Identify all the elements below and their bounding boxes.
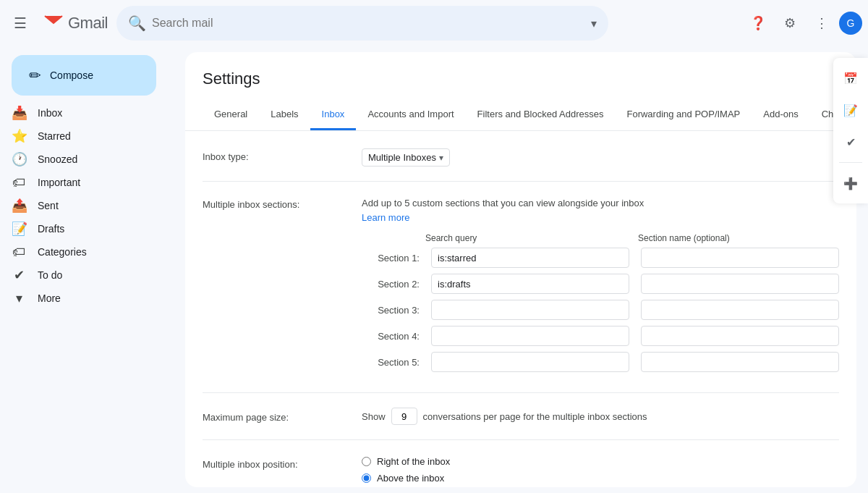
section-2-query-input[interactable] <box>431 274 629 294</box>
radio-right[interactable] <box>362 457 371 466</box>
compose-button[interactable]: ✏ Compose <box>12 55 156 96</box>
sidebar-item-drafts[interactable]: 📝 Drafts <box>0 217 174 240</box>
compose-label: Compose <box>50 69 93 81</box>
drafts-icon: 📝 <box>12 221 26 237</box>
sidebar-item-todo[interactable]: ✔ To do <box>0 264 174 287</box>
section-row-4: Section 4: <box>362 326 839 346</box>
more-icon: ▾ <box>12 290 26 306</box>
gmail-logo-icon <box>41 10 67 36</box>
sidebar-item-label: Important <box>38 177 162 188</box>
right-panel-item-2[interactable]: 📝 <box>836 96 865 125</box>
sidebar-item-sent[interactable]: 📤 Sent <box>0 194 174 217</box>
sidebar-item-categories[interactable]: 🏷 Categories <box>0 240 174 264</box>
tab-filters[interactable]: Filters and Blocked Addresses <box>466 100 616 130</box>
section-2-name-input[interactable] <box>641 274 839 294</box>
right-panel-divider <box>839 162 862 163</box>
section-name-header: Section name (optional) <box>638 233 839 243</box>
divider-3 <box>203 439 839 440</box>
search-bar[interactable]: 🔍 ▾ <box>116 6 608 41</box>
inbox-type-dropdown[interactable]: Multiple Inboxes ▾ <box>362 148 450 167</box>
radio-right-option[interactable]: Right of the inbox <box>362 455 839 468</box>
sidebar-item-important[interactable]: 🏷 Important <box>0 171 174 194</box>
search-options-icon[interactable]: ▾ <box>591 17 597 30</box>
section-row-5: Section 5: <box>362 352 839 372</box>
sections-description: Add up to 5 custom sections that you can… <box>362 196 839 224</box>
tab-forwarding[interactable]: Forwarding and POP/IMAP <box>615 100 752 130</box>
tab-addons[interactable]: Add-ons <box>752 100 809 130</box>
section-3-name-input[interactable] <box>641 300 839 320</box>
snoozed-icon: 🕐 <box>12 151 26 167</box>
section-4-name-input[interactable] <box>641 326 839 346</box>
tab-general[interactable]: General <box>203 100 259 130</box>
radio-above[interactable] <box>362 473 371 483</box>
section-5-name-input[interactable] <box>641 352 839 372</box>
right-side-panel: 📅 📝 ✔ ➕ <box>833 58 868 203</box>
inbox-type-selected: Multiple Inboxes <box>368 152 436 163</box>
search-input[interactable] <box>152 17 585 30</box>
sidebar: ✏ Compose 📥 Inbox ⭐ Starred 🕐 Snoozed 🏷 … <box>0 46 185 493</box>
divider-2 <box>203 392 839 393</box>
sidebar-item-more[interactable]: ▾ More <box>0 287 174 310</box>
starred-icon: ⭐ <box>12 128 26 144</box>
tabs-bar: General Labels Inbox Accounts and Import… <box>203 100 839 130</box>
right-panel-item-3[interactable]: ✔ <box>836 127 865 156</box>
settings-header: Settings General Labels Inbox Accounts a… <box>185 52 856 131</box>
sidebar-item-label: More <box>38 292 162 304</box>
radio-above-option[interactable]: Above the inbox <box>362 471 839 485</box>
right-panel-item-1[interactable]: 📅 <box>836 64 865 93</box>
radio-right-label: Right of the inbox <box>377 456 450 467</box>
radio-above-label: Above the inbox <box>377 473 444 484</box>
inbox-position-row: Multiple inbox position: Right of the in… <box>203 455 839 487</box>
avatar[interactable]: G <box>839 12 862 35</box>
page-title: Settings <box>203 69 839 88</box>
section-2-label: Section 2: <box>362 279 420 290</box>
section-1-name-input[interactable] <box>641 248 839 268</box>
apps-icon-btn[interactable]: ⋮ <box>807 9 836 38</box>
inbox-type-row: Inbox type: Multiple Inboxes ▾ <box>203 148 839 167</box>
sections-header-row: Search query Section name (optional) <box>425 233 839 243</box>
multiple-inbox-label: Multiple inbox sections: <box>203 196 362 210</box>
categories-icon: 🏷 <box>12 245 26 260</box>
sidebar-item-label: Sent <box>38 200 162 211</box>
inbox-position-options: Right of the inbox Above the inbox Below… <box>362 455 839 487</box>
todo-icon: ✔ <box>12 267 26 283</box>
right-panel-item-4[interactable]: ➕ <box>836 169 865 198</box>
settings-icon-btn[interactable]: ⚙ <box>775 9 804 38</box>
section-1-label: Section 1: <box>362 253 420 264</box>
topbar: ☰ Gmail 🔍 ▾ ❓ ⚙ ⋮ G <box>0 0 868 46</box>
section-4-label: Section 4: <box>362 331 420 342</box>
sidebar-item-label: Categories <box>38 246 162 258</box>
sidebar-item-label: Inbox <box>38 107 162 119</box>
section-3-query-input[interactable] <box>431 300 629 320</box>
inbox-position-label: Multiple inbox position: <box>203 455 362 470</box>
section-3-label: Section 3: <box>362 305 420 316</box>
chevron-down-icon: ▾ <box>439 153 443 163</box>
app-logo: Gmail <box>41 10 108 36</box>
max-page-size-row: Maximum page size: Show conversations pe… <box>203 408 839 425</box>
sidebar-item-inbox[interactable]: 📥 Inbox <box>0 101 174 125</box>
section-5-query-input[interactable] <box>431 352 629 372</box>
menu-icon-btn[interactable]: ☰ <box>6 9 35 38</box>
section-1-query-input[interactable] <box>431 248 629 268</box>
tab-accounts[interactable]: Accounts and Import <box>356 100 465 130</box>
desc-part3: alongside your inbox <box>558 198 644 208</box>
topbar-actions: ❓ ⚙ ⋮ G <box>744 9 862 38</box>
inbox-type-value: Multiple Inboxes ▾ <box>362 148 839 167</box>
section-row-1: Section 1: <box>362 248 839 268</box>
section-row-2: Section 2: <box>362 274 839 294</box>
sidebar-item-label: To do <box>38 269 162 281</box>
desc-part2: sections that you can view <box>446 198 558 208</box>
tab-labels[interactable]: Labels <box>259 100 310 130</box>
sidebar-item-starred[interactable]: ⭐ Starred <box>0 125 174 148</box>
important-icon: 🏷 <box>12 175 26 190</box>
sidebar-item-snoozed[interactable]: 🕐 Snoozed <box>0 148 174 171</box>
search-query-header: Search query <box>425 233 626 243</box>
section-4-query-input[interactable] <box>431 326 629 346</box>
learn-more-link[interactable]: Learn more <box>362 212 409 223</box>
sidebar-item-label: Drafts <box>38 223 162 235</box>
page-size-input[interactable] <box>391 408 417 425</box>
tab-inbox[interactable]: Inbox <box>310 100 357 130</box>
search-icon: 🔍 <box>128 14 146 32</box>
help-icon-btn[interactable]: ❓ <box>744 9 773 38</box>
sidebar-item-label: Snoozed <box>38 153 162 165</box>
